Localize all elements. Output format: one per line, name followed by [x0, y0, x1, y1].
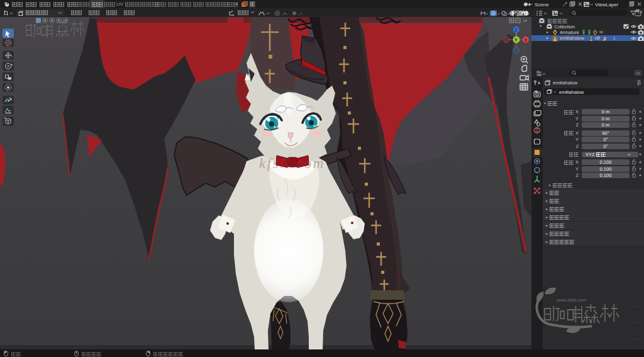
svg-text:X: X — [525, 38, 528, 42]
svg-text:kfsil.com: kfsil.com — [259, 156, 325, 171]
svg-text:Z: Z — [515, 28, 518, 32]
svg-text:www.kfsil.com: www.kfsil.com — [556, 297, 586, 303]
svg-text:Y: Y — [514, 38, 518, 42]
